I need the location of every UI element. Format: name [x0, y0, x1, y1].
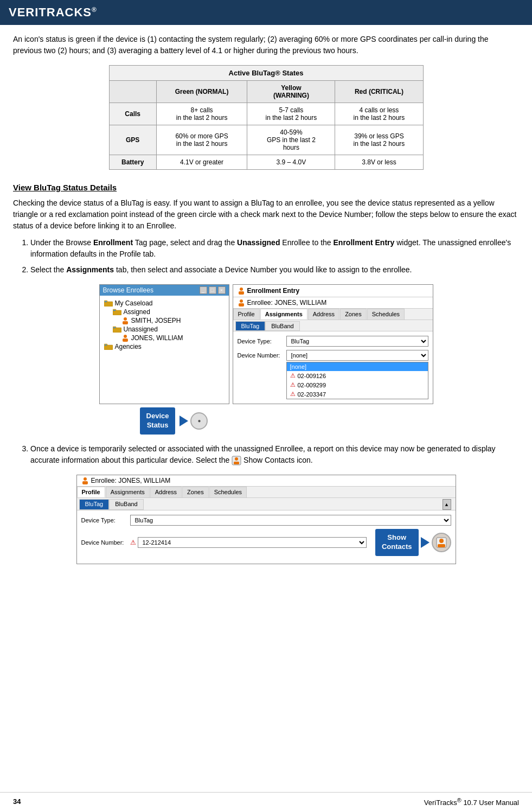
tree-label: JONES, WILLIAM — [131, 334, 183, 342]
panel-titlebar-buttons: _ □ × — [200, 286, 226, 294]
subtab-bluband[interactable]: BluBand — [265, 321, 300, 331]
svg-rect-17 — [239, 291, 244, 295]
table-row: Calls 8+ callsin the last 2 hours 5-7 ca… — [109, 103, 423, 125]
device-number-1: 02-009126 — [298, 373, 326, 379]
panel-title: Browse Enrollees — [103, 286, 153, 294]
step3-device-type-select[interactable]: BluTag — [130, 515, 451, 526]
close-button[interactable]: × — [218, 286, 226, 294]
svg-rect-8 — [113, 328, 121, 333]
tab-zones[interactable]: Zones — [340, 309, 367, 320]
device-number-2: 02-009299 — [298, 382, 326, 388]
warning-icon-2: ⚠ — [290, 381, 296, 388]
folder-icon — [104, 343, 113, 350]
row-label-battery: Battery — [109, 155, 156, 170]
tree-item-mycaseload[interactable]: My Caseload — [104, 299, 225, 308]
step3-tabs-row: Profile Assignments Address Zones Schedu… — [77, 487, 456, 498]
show-contacts-circle — [432, 533, 451, 552]
subtab-bluetag[interactable]: BluTag — [235, 321, 266, 331]
step3-tab-assignments[interactable]: Assignments — [106, 487, 150, 497]
cell-battery-red: 3.8V or less — [335, 155, 423, 170]
section-heading: View BluTag Status Details — [13, 183, 519, 192]
step3-device-number-field: ⚠ 12-212414 — [130, 537, 367, 548]
main-content: An icon's status is green if the device … — [0, 25, 532, 582]
svg-rect-27 — [438, 544, 445, 547]
tree-item-agencies[interactable]: Agencies — [104, 342, 225, 351]
bluetag-states-container: Active BluTag® States Green (NORMAL) Yel… — [13, 65, 519, 170]
svg-rect-5 — [113, 310, 116, 311]
svg-rect-15 — [105, 344, 107, 346]
svg-point-16 — [240, 288, 243, 291]
row-label-gps: GPS — [109, 125, 156, 155]
svg-rect-7 — [123, 321, 128, 324]
tree-item-smith[interactable]: SMITH, JOSEPH — [104, 316, 225, 325]
logo-sup: ® — [92, 6, 97, 14]
svg-rect-22 — [234, 462, 239, 464]
svg-rect-10 — [113, 327, 116, 328]
dropdown-item-none[interactable]: [none] — [287, 362, 428, 371]
tree-item-jones[interactable]: JONES, WILLIAM — [104, 334, 225, 342]
show-contacts-callout: ShowContacts — [375, 529, 451, 556]
folder-icon — [104, 300, 113, 306]
dropdown-item-1[interactable]: ⚠ 02-009126 — [287, 371, 428, 380]
show-contacts-icon[interactable] — [436, 537, 447, 548]
panel-titlebar: Browse Enrollees _ □ × — [100, 285, 229, 296]
dropdown-item-3[interactable]: ⚠ 02-203347 — [287, 389, 428, 399]
step3-tab-address[interactable]: Address — [150, 487, 182, 497]
footer-title: VeriTracks® 10.7 User Manual — [424, 797, 519, 807]
svg-rect-24 — [82, 481, 88, 484]
cell-calls-yellow: 5-7 callsin the last 2 hours — [247, 103, 335, 125]
step3-subtab-bluetag[interactable]: BluTag — [79, 499, 110, 510]
device-type-select[interactable]: BluTag — [286, 336, 428, 347]
row-label-calls: Calls — [109, 103, 156, 125]
tree-label: Agencies — [115, 343, 142, 350]
footer-page-number: 34 — [13, 797, 21, 806]
step3-subtab-bluband[interactable]: BluBand — [109, 499, 144, 510]
cell-calls-red: 4 calls or lessin the last 2 hours — [335, 103, 423, 125]
show-contacts-box: ShowContacts — [375, 529, 419, 556]
svg-point-23 — [84, 477, 87, 481]
show-contacts-inline-icon — [232, 456, 241, 465]
col-header-yellow: Yellow(WARNING) — [247, 81, 335, 103]
step3-tab-profile[interactable]: Profile — [77, 487, 105, 497]
dropdown-item-2[interactable]: ⚠ 02-009299 — [287, 380, 428, 389]
tree-content: My Caseload Assigned — [100, 296, 229, 354]
tab-profile[interactable]: Profile — [233, 309, 260, 320]
browse-enrollees-panel: Browse Enrollees _ □ × My Caseload — [99, 284, 229, 404]
tab-schedules[interactable]: Schedules — [367, 309, 405, 320]
warning-icon-3: ⚠ — [290, 391, 296, 398]
step-3-list: Once a device is temporarily selected or… — [30, 443, 519, 466]
enrollee-name: Enrollee: JONES, WILLIAM — [247, 299, 327, 306]
arrow-icon — [180, 416, 188, 426]
tree-item-assigned[interactable]: Assigned — [104, 308, 225, 316]
col-header-green: Green (NORMAL) — [156, 81, 247, 103]
svg-rect-19 — [239, 303, 244, 306]
person-icon — [238, 287, 245, 295]
tab-address[interactable]: Address — [308, 309, 339, 320]
device-type-row: Device Type: BluTag — [238, 336, 428, 347]
svg-point-11 — [124, 335, 127, 338]
step3-device-number-select[interactable]: 12-212414 — [138, 537, 367, 548]
step3-panel: Enrollee: JONES, WILLIAM Profile Assignm… — [76, 475, 456, 564]
page-header: VeriTracks® — [0, 0, 532, 25]
folder-icon — [113, 309, 121, 315]
device-number-select[interactable]: [none] — [286, 350, 428, 361]
step3-tab-zones[interactable]: Zones — [182, 487, 209, 497]
tab-assignments[interactable]: Assignments — [260, 309, 307, 320]
show-contacts-arrow — [421, 537, 430, 548]
step3-warning-icon: ⚠ — [130, 539, 136, 546]
step-3: Once a device is temporarily selected or… — [30, 443, 519, 466]
scroll-up-btn[interactable]: ▲ — [443, 499, 451, 510]
tree-item-unassigned[interactable]: Unassigned — [104, 325, 225, 334]
footer-subtitle: 10.7 User Manual — [463, 799, 519, 807]
logo-text: VeriTracks — [9, 5, 92, 19]
tree-label: SMITH, JOSEPH — [131, 317, 181, 324]
enrollment-header: Enrollment Entry — [233, 285, 433, 297]
enrollment-title: Enrollment Entry — [247, 287, 300, 295]
step3-tab-schedules[interactable]: Schedules — [209, 487, 247, 497]
svg-point-26 — [439, 539, 444, 543]
minimize-button[interactable]: _ — [200, 286, 207, 294]
warning-icon-1: ⚠ — [290, 372, 296, 379]
enrollee-person-icon — [238, 299, 245, 306]
step3-device-number-label: Device Number: — [81, 539, 130, 546]
maximize-button[interactable]: □ — [209, 286, 216, 294]
